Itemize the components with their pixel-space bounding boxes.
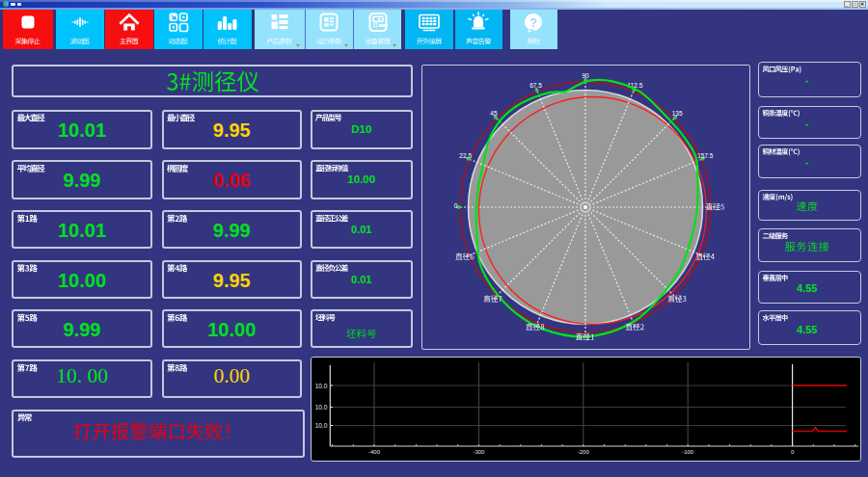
svg-text:22.5: 22.5	[459, 152, 472, 159]
svg-text:-400: -400	[368, 449, 381, 455]
svg-text:10.0: 10.0	[315, 422, 328, 429]
svg-text:157.5: 157.5	[697, 152, 714, 159]
svg-text:10.0: 10.0	[315, 383, 328, 389]
svg-text:-100: -100	[682, 449, 694, 455]
svg-text:10.0: 10.0	[315, 404, 328, 411]
svg-text:-300: -300	[473, 449, 485, 455]
svg-text:0: 0	[453, 201, 457, 208]
svg-text:-200: -200	[578, 449, 590, 455]
svg-text:?: ?	[529, 15, 537, 30]
svg-text:112.5: 112.5	[627, 82, 642, 89]
svg-text:67.5: 67.5	[529, 82, 542, 89]
svg-text:0: 0	[791, 449, 795, 455]
svg-text:45: 45	[490, 110, 498, 117]
svg-text:135: 135	[671, 110, 682, 117]
svg-text:90: 90	[582, 72, 589, 79]
